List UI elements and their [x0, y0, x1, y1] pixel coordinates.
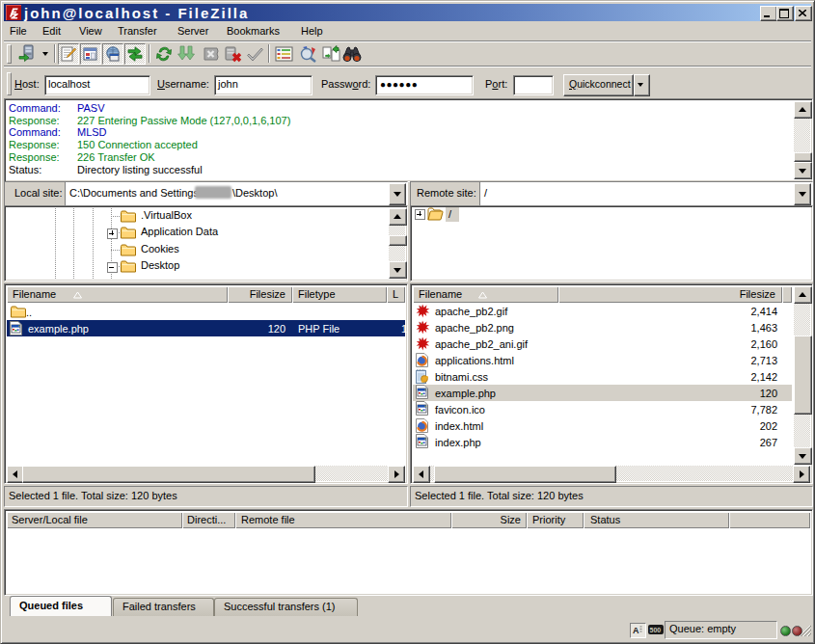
svg-text:A: A	[633, 626, 639, 635]
svg-text:500: 500	[650, 627, 662, 633]
